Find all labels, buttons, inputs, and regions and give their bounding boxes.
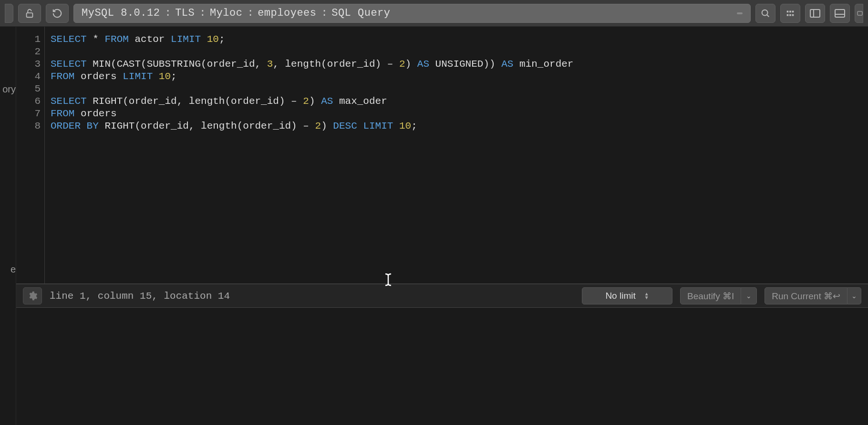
tls-label: TLS <box>175 7 195 19</box>
run-label: Run Current ⌘↩ <box>772 291 840 302</box>
editor-column: 1 2 3 4 5 6 7 8 SELECT * FROM actor LIMI… <box>16 27 868 425</box>
right-panel-toggle-button-partial[interactable] <box>855 4 863 23</box>
editor-status-bar: line 1, column 15, location 14 No limit … <box>16 284 868 308</box>
left-sidebar-partial: ory e <box>0 27 16 425</box>
sidebar-label-partial: ory <box>2 84 16 95</box>
main-content: ory e 1 2 3 4 5 6 7 8 SELECT * FROM acto… <box>0 27 868 425</box>
svg-rect-3 <box>787 10 789 12</box>
lock-open-icon <box>24 8 35 19</box>
svg-rect-6 <box>787 14 789 16</box>
mode-label: SQL Query <box>331 7 390 19</box>
settings-button[interactable] <box>23 287 42 304</box>
top-toolbar: MySQL 8.0.12 : TLS : Myloc : employees :… <box>0 0 868 27</box>
line-number-gutter: 1 2 3 4 5 6 7 8 <box>16 27 45 283</box>
badge-icon <box>737 12 743 14</box>
search-icon <box>760 8 771 19</box>
chevron-down-icon: ⌄ <box>746 292 752 300</box>
svg-rect-11 <box>835 10 845 17</box>
lock-button[interactable] <box>18 4 41 23</box>
grid-icon <box>785 8 796 19</box>
db-version: MySQL 8.0.12 <box>82 7 160 19</box>
svg-rect-4 <box>789 10 791 12</box>
svg-rect-8 <box>792 14 794 16</box>
search-button[interactable] <box>755 4 775 23</box>
row-limit-label: No limit <box>605 291 635 301</box>
stepper-icon: ▲▼ <box>644 292 649 300</box>
panel-icon <box>857 9 863 18</box>
cursor-position: line 1, column 15, location 14 <box>50 291 230 302</box>
text-cursor-icon <box>384 248 399 299</box>
sidebar-icon <box>809 9 821 18</box>
chevron-down-icon: ⌄ <box>851 292 857 300</box>
bottom-panel-icon <box>834 9 846 18</box>
svg-rect-13 <box>858 11 862 15</box>
bottom-panel-toggle-button[interactable] <box>830 4 850 23</box>
refresh-button[interactable] <box>46 4 69 23</box>
svg-rect-7 <box>789 14 791 16</box>
svg-line-2 <box>767 14 769 16</box>
results-panel <box>16 308 868 425</box>
svg-rect-9 <box>810 10 820 17</box>
svg-point-1 <box>762 10 768 15</box>
svg-rect-0 <box>27 13 33 17</box>
sidebar-toggle-button[interactable] <box>805 4 825 23</box>
grid-button[interactable] <box>780 4 800 23</box>
run-current-button[interactable]: Run Current ⌘↩ <box>765 287 847 304</box>
beautify-label: Beautify ⌘I <box>687 291 734 302</box>
refresh-icon <box>52 8 62 19</box>
back-button-partial[interactable] <box>5 4 13 23</box>
sidebar-label-partial-2: e <box>10 264 16 275</box>
beautify-menu-button[interactable]: ⌄ <box>741 287 757 304</box>
gear-icon <box>27 291 38 301</box>
schema-label: employees <box>258 7 316 19</box>
code-content[interactable]: SELECT * FROM actor LIMIT 10; SELECT MIN… <box>45 27 868 283</box>
row-limit-select[interactable]: No limit ▲▼ <box>582 287 672 304</box>
beautify-button[interactable]: Beautify ⌘I <box>680 287 741 304</box>
location-label: Myloc <box>210 7 243 19</box>
svg-rect-5 <box>792 10 794 12</box>
sql-editor[interactable]: 1 2 3 4 5 6 7 8 SELECT * FROM actor LIMI… <box>16 27 868 284</box>
connection-breadcrumb[interactable]: MySQL 8.0.12 : TLS : Myloc : employees :… <box>73 4 751 23</box>
run-menu-button-partial[interactable]: ⌄ <box>847 287 861 304</box>
